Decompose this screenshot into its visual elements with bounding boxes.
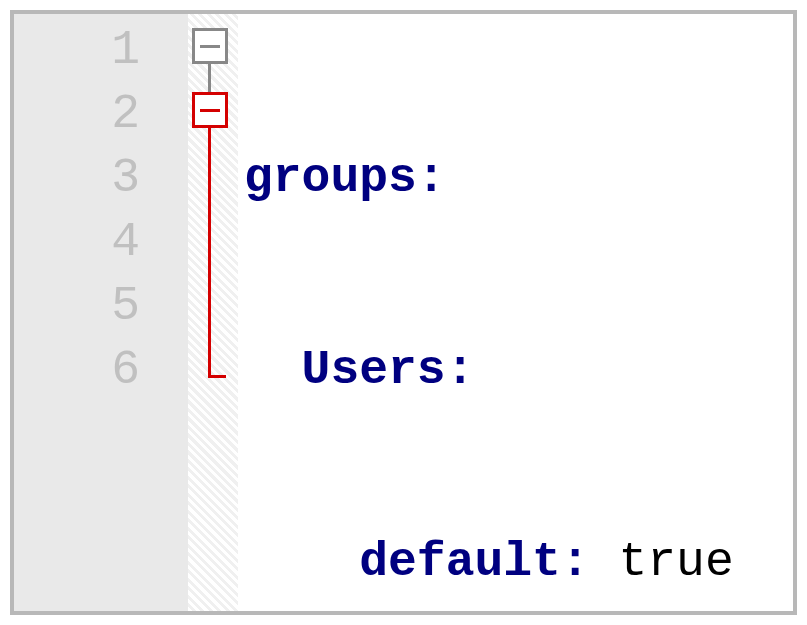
fold-guide-line <box>208 128 211 378</box>
code-line[interactable]: default: true <box>244 530 793 594</box>
colon-token: : <box>561 535 590 589</box>
line-number: 4 <box>14 210 188 274</box>
colon-token: : <box>446 343 475 397</box>
colon-token: : <box>417 151 446 205</box>
yaml-key: default <box>359 535 561 589</box>
yaml-key: groups <box>244 151 417 205</box>
line-number: 5 <box>14 274 188 338</box>
code-area[interactable]: groups: Users: default: true permissions… <box>238 14 793 611</box>
line-number: 6 <box>14 338 188 402</box>
fold-toggle-icon[interactable] <box>192 92 228 128</box>
code-line[interactable]: Users: <box>244 338 793 402</box>
yaml-key: Users <box>302 343 446 397</box>
line-number: 1 <box>14 18 188 82</box>
fold-gutter <box>188 14 238 611</box>
line-number: 2 <box>14 82 188 146</box>
line-number: 3 <box>14 146 188 210</box>
fold-toggle-icon[interactable] <box>192 28 228 64</box>
code-editor[interactable]: 1 2 3 4 5 6 groups: Users: default: true… <box>14 14 793 611</box>
fold-guide-line <box>208 64 211 92</box>
line-number-gutter: 1 2 3 4 5 6 <box>14 14 188 611</box>
fold-guide-end <box>208 375 226 378</box>
editor-frame: 1 2 3 4 5 6 groups: Users: default: true… <box>10 10 797 615</box>
yaml-value: true <box>590 535 734 589</box>
code-line[interactable]: groups: <box>244 146 793 210</box>
